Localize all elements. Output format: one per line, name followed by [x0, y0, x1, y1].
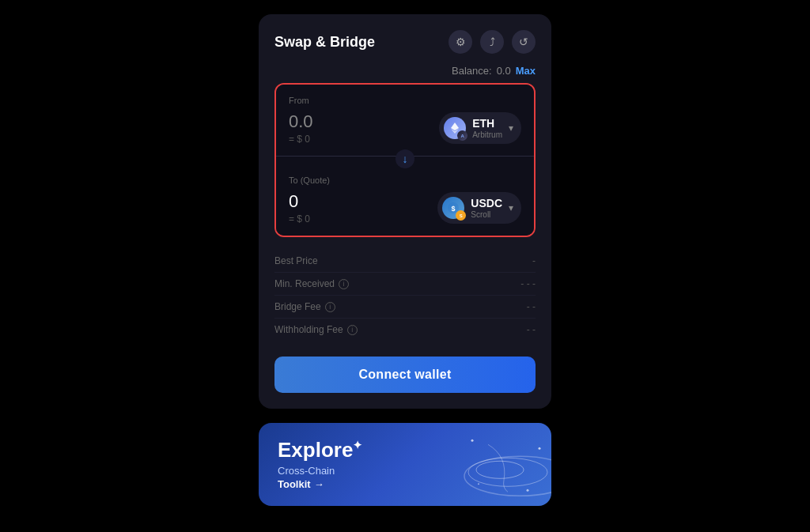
card-title: Swap & Bridge: [274, 34, 375, 51]
best-price-label: Best Price: [274, 255, 318, 266]
from-amount[interactable]: 0.0: [289, 111, 313, 132]
from-token-name: ETH: [472, 117, 502, 130]
min-received-info-icon[interactable]: i: [339, 279, 349, 289]
to-amount[interactable]: 0: [289, 191, 310, 212]
best-price-value: -: [532, 255, 536, 266]
header-icons: ⚙ ⤴ ↺: [449, 30, 536, 54]
to-amount-col: 0 = $ 0: [289, 191, 310, 224]
bridge-fee-label: Bridge Fee i: [274, 301, 335, 312]
to-swap-row: 0 = $ 0 $ S USDC Scroll ▾: [289, 191, 521, 224]
settings-button[interactable]: ⚙: [449, 30, 472, 54]
refresh-icon: ↺: [519, 36, 528, 48]
explore-text: Explore✦ Cross-Chain Toolkit →: [278, 439, 362, 490]
explore-title: Explore✦: [278, 439, 362, 462]
balance-value: 0.0: [497, 65, 511, 77]
min-received-value: - - -: [520, 278, 536, 289]
eth-token-icon: A: [444, 117, 466, 139]
svg-point-10: [478, 483, 479, 485]
refresh-button[interactable]: ↺: [512, 30, 536, 54]
from-chevron-icon: ▾: [509, 123, 513, 134]
bridge-fee-value: - -: [527, 301, 536, 312]
to-chevron-icon: ▾: [509, 202, 513, 213]
banner-decoration-svg: [393, 423, 551, 506]
withholding-fee-info-icon[interactable]: i: [347, 325, 358, 335]
from-usd: = $ 0: [289, 134, 313, 145]
from-label: From: [289, 96, 521, 105]
explore-subtitle-line1: Cross-Chain: [278, 465, 362, 477]
from-amount-col: 0.0 = $ 0: [289, 111, 313, 145]
balance-label: Balance:: [452, 65, 492, 77]
card-header: Swap & Bridge ⚙ ⤴ ↺: [274, 30, 536, 54]
svg-text:$: $: [452, 205, 456, 213]
svg-point-7: [471, 440, 474, 442]
withholding-fee-value: - -: [527, 324, 536, 335]
from-swap-row: 0.0 = $ 0 A ETH Arbitrum ▾: [289, 111, 521, 145]
from-section: From 0.0 = $ 0 A ETH: [276, 85, 534, 157]
to-usd: = $ 0: [289, 213, 310, 224]
from-token-info: ETH Arbitrum: [472, 117, 502, 139]
to-section: To (Quote) 0 = $ 0 $ S USDC: [276, 157, 534, 236]
info-row-best-price: Best Price -: [274, 250, 536, 273]
usdc-token-icon: $ S: [442, 197, 464, 219]
info-row-min-received: Min. Received i - - -: [274, 273, 536, 296]
share-button[interactable]: ⤴: [480, 30, 504, 54]
to-label: To (Quote): [289, 175, 521, 185]
swap-bridge-card: Swap & Bridge ⚙ ⤴ ↺ Balance: 0.0 Max Fro…: [259, 14, 551, 409]
to-token-info: USDC Scroll: [471, 197, 502, 219]
explore-link: Toolkit →: [278, 478, 362, 490]
share-icon: ⤴: [490, 36, 495, 48]
info-row-withholding-fee: Withholding Fee i - -: [274, 319, 536, 341]
svg-point-4: [464, 456, 551, 496]
withholding-fee-label: Withholding Fee i: [274, 324, 358, 335]
to-token-name: USDC: [471, 197, 502, 210]
svg-point-9: [527, 489, 529, 492]
swap-arrow-divider[interactable]: ↓: [396, 149, 414, 168]
balance-row: Balance: 0.0 Max: [274, 65, 536, 77]
from-token-network: Arbitrum: [472, 130, 502, 139]
settings-icon: ⚙: [456, 36, 466, 48]
info-rows: Best Price - Min. Received i - - - Bridg…: [274, 250, 536, 341]
explore-banner[interactable]: Explore✦ Cross-Chain Toolkit →: [259, 423, 551, 506]
arrow-down-icon: ↓: [403, 153, 408, 165]
svg-point-6: [476, 461, 524, 478]
svg-point-8: [539, 447, 541, 450]
bridge-fee-info-icon[interactable]: i: [325, 302, 335, 312]
max-button[interactable]: Max: [516, 65, 536, 77]
from-token-selector[interactable]: A ETH Arbitrum ▾: [439, 112, 521, 144]
banner-decoration: [393, 423, 551, 506]
connect-wallet-button[interactable]: Connect wallet: [274, 357, 536, 393]
to-token-selector[interactable]: $ S USDC Scroll ▾: [437, 192, 521, 224]
svg-marker-0: [451, 123, 459, 130]
swap-area: From 0.0 = $ 0 A ETH: [274, 83, 536, 237]
arbitrum-badge: A: [457, 130, 467, 141]
svg-point-5: [468, 458, 547, 486]
to-token-network: Scroll: [471, 210, 502, 219]
info-row-bridge-fee: Bridge Fee i - -: [274, 296, 536, 319]
min-received-label: Min. Received i: [274, 278, 349, 289]
scroll-badge: S: [456, 210, 466, 221]
